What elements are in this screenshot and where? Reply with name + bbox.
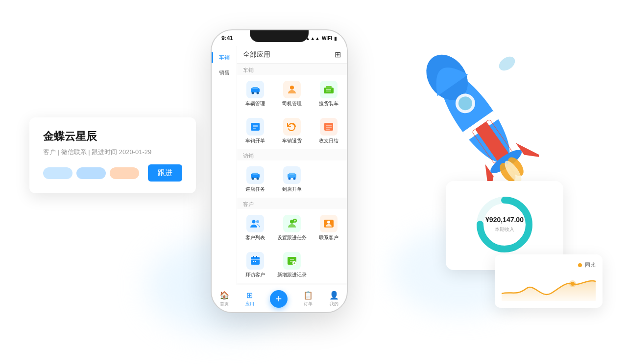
app-item-store-order[interactable]: 到店开单 xyxy=(274,162,311,196)
svg-point-11 xyxy=(496,54,517,73)
legend-label: 同比 xyxy=(585,261,596,269)
status-icons: ▲▲▲ WiFi ▮ xyxy=(305,36,337,41)
section-label-customer: 客户 xyxy=(237,198,347,209)
svg-rect-49 xyxy=(253,261,254,262)
grid-icon: ⊞ xyxy=(335,50,341,59)
customer-tag-2 xyxy=(76,167,106,179)
svg-point-15 xyxy=(257,92,259,94)
driver-mgmt-icon xyxy=(283,81,301,98)
app-label-store-order: 到店开单 xyxy=(282,186,302,193)
mine-nav-icon: 👤 xyxy=(329,291,339,300)
app-grid-chesale-2: 车销开单 车销退货 收支日结 xyxy=(237,112,347,149)
section-label-chesale: 车销 xyxy=(237,64,347,75)
svg-point-31 xyxy=(252,178,254,180)
customer-list-icon xyxy=(246,215,264,232)
chart-card: 同比 xyxy=(495,254,603,308)
svg-point-38 xyxy=(256,220,259,223)
vehicle-mgmt-icon xyxy=(246,81,264,98)
app-item-contact-customer[interactable]: 联系客户 xyxy=(310,211,347,244)
svg-point-14 xyxy=(252,92,254,94)
phone-main-content[interactable]: 全部应用 ⊞ 车销 车辆管理 xyxy=(237,46,347,285)
line-chart xyxy=(502,272,596,301)
nav-item-home[interactable]: 🏠 首页 xyxy=(219,291,229,307)
customer-meta: 客户 | 微信联系 | 跟进时间 2020-01-29 xyxy=(43,148,182,157)
add-follow-record-icon xyxy=(283,252,301,270)
app-item-driver-mgmt[interactable]: 司机管理 xyxy=(274,77,311,110)
app-item-vehicle-mgmt[interactable]: 车辆管理 xyxy=(237,77,274,110)
app-label-set-follow: 设置跟进任务 xyxy=(277,234,307,241)
svg-rect-34 xyxy=(289,173,295,175)
patrol-icon xyxy=(246,166,264,184)
nav-item-mine[interactable]: 👤 我的 xyxy=(329,291,339,307)
app-title: 全部应用 xyxy=(243,50,270,59)
home-nav-icon: 🏠 xyxy=(219,291,229,300)
app-label-visit-customer: 拜访客户 xyxy=(245,272,265,278)
customer-tags: 跟进 xyxy=(43,164,182,182)
donut-chart: ¥920,147.00 本期收入 xyxy=(473,193,536,256)
status-time: 9:41 xyxy=(221,35,233,42)
sidebar-item-chesale[interactable]: 车销 xyxy=(212,50,237,65)
svg-point-32 xyxy=(257,178,259,180)
app-item-empty-2 xyxy=(310,248,347,281)
app-header: 全部应用 ⊞ xyxy=(237,46,347,64)
svg-rect-46 xyxy=(253,256,254,258)
nav-add-button[interactable]: + xyxy=(270,290,288,308)
svg-rect-18 xyxy=(326,86,332,89)
phone-body: 9:41 ▲▲▲ WiFi ▮ 车销 销售 全部应用 xyxy=(211,29,348,313)
app-item-add-follow-record[interactable]: 新增跟进记录 xyxy=(274,248,311,281)
svg-point-44 xyxy=(327,221,330,224)
app-label-customer-list: 客户列表 xyxy=(245,234,265,241)
app-item-patrol[interactable]: 巡店任务 xyxy=(237,162,274,196)
nav-item-apps[interactable]: ⊞ 应用 xyxy=(245,291,254,307)
sidebar-item-sales[interactable]: 销售 xyxy=(212,65,237,80)
orders-nav-icon: 📋 xyxy=(303,291,313,300)
app-grid-chesale-1: 车辆管理 司机管理 搜货装车 xyxy=(237,75,347,112)
customer-card: 金蝶云星辰 客户 | 微信联系 | 跟进时间 2020-01-29 跟进 xyxy=(29,117,196,193)
nav-item-orders[interactable]: 📋 订单 xyxy=(303,291,313,307)
svg-rect-30 xyxy=(252,173,258,175)
app-item-search-load[interactable]: 搜货装车 xyxy=(310,77,347,110)
customer-tag-1 xyxy=(43,167,72,179)
svg-point-37 xyxy=(252,220,256,224)
app-label-patrol: 巡店任务 xyxy=(245,186,265,193)
phone-mockup: 9:41 ▲▲▲ WiFi ▮ 车销 销售 全部应用 xyxy=(211,29,348,313)
app-item-car-order[interactable]: 车销开单 xyxy=(237,114,274,147)
phone-sidebar: 车销 销售 xyxy=(212,46,237,285)
svg-text:本期收入: 本期收入 xyxy=(495,227,514,232)
follow-button[interactable]: 跟进 xyxy=(148,164,182,182)
app-item-daily-balance[interactable]: 收支日结 xyxy=(310,114,347,147)
contact-customer-icon xyxy=(320,215,338,232)
app-grid-customer-1: 客户列表 设置跟进任务 联系客户 xyxy=(237,209,347,246)
svg-rect-50 xyxy=(255,261,256,262)
app-item-empty-1 xyxy=(310,162,347,196)
app-grid-visit: 巡店任务 到店开单 xyxy=(237,160,347,198)
app-label-car-order: 车销开单 xyxy=(245,137,265,144)
svg-point-36 xyxy=(293,178,295,180)
chart-legend: 同比 xyxy=(502,261,596,269)
app-item-set-follow[interactable]: 设置跟进任务 xyxy=(274,211,311,244)
section-label-visit: 访销 xyxy=(237,149,347,160)
app-label-search-load: 搜货装车 xyxy=(319,100,338,107)
app-item-car-return[interactable]: 车销退货 xyxy=(274,114,311,147)
app-label-add-follow-record: 新增跟进记录 xyxy=(277,272,307,278)
svg-point-35 xyxy=(288,178,290,180)
car-return-icon xyxy=(283,118,301,136)
svg-point-71 xyxy=(569,280,576,287)
customer-name: 金蝶云星辰 xyxy=(43,129,182,144)
customer-tag-3 xyxy=(110,167,139,179)
svg-rect-13 xyxy=(252,87,258,89)
app-item-visit-customer[interactable]: 拜访客户 xyxy=(237,248,274,281)
apps-nav-icon: ⊞ xyxy=(246,291,253,300)
app-label-vehicle-mgmt: 车辆管理 xyxy=(245,100,265,107)
app-grid-customer-2: 拜访客户 新增跟进记录 xyxy=(237,246,347,283)
daily-balance-icon xyxy=(320,118,338,136)
phone-notch xyxy=(250,30,309,42)
app-item-customer-list[interactable]: 客户列表 xyxy=(237,211,274,244)
car-order-icon xyxy=(246,118,264,136)
app-label-driver-mgmt: 司机管理 xyxy=(282,100,302,107)
visit-customer-icon xyxy=(246,252,264,270)
svg-rect-47 xyxy=(256,256,257,258)
search-load-icon xyxy=(320,81,338,98)
store-order-icon xyxy=(283,166,301,184)
app-label-daily-balance: 收支日结 xyxy=(319,137,338,144)
